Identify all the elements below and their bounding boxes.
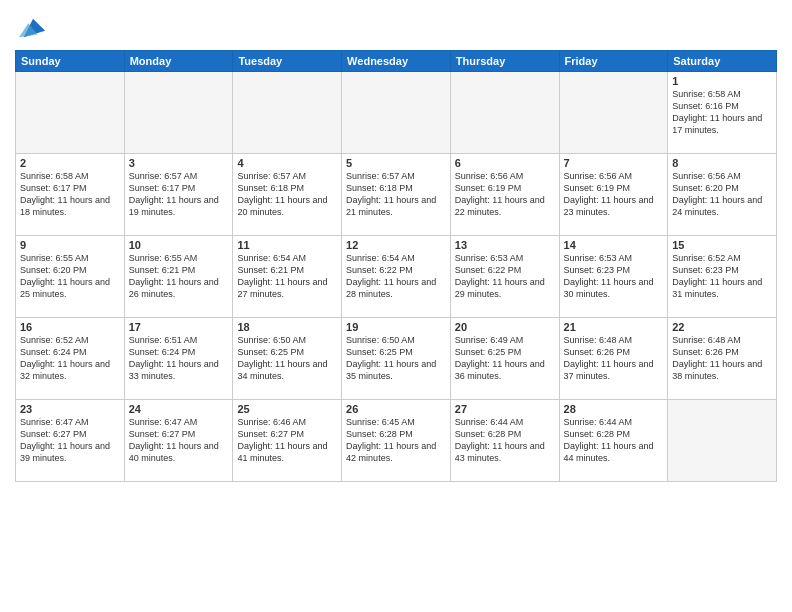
calendar-day-header: Friday [559, 51, 668, 72]
day-number: 1 [672, 75, 772, 87]
day-number: 22 [672, 321, 772, 333]
day-info: Sunrise: 6:50 AM Sunset: 6:25 PM Dayligh… [237, 334, 337, 383]
calendar-cell: 9Sunrise: 6:55 AM Sunset: 6:20 PM Daylig… [16, 236, 125, 318]
day-number: 2 [20, 157, 120, 169]
calendar-day-header: Sunday [16, 51, 125, 72]
calendar-cell: 17Sunrise: 6:51 AM Sunset: 6:24 PM Dayli… [124, 318, 233, 400]
calendar-table: SundayMondayTuesdayWednesdayThursdayFrid… [15, 50, 777, 482]
day-info: Sunrise: 6:50 AM Sunset: 6:25 PM Dayligh… [346, 334, 446, 383]
calendar-cell [16, 72, 125, 154]
logo-icon [19, 14, 47, 42]
day-info: Sunrise: 6:56 AM Sunset: 6:20 PM Dayligh… [672, 170, 772, 219]
calendar-cell [559, 72, 668, 154]
day-number: 16 [20, 321, 120, 333]
day-info: Sunrise: 6:58 AM Sunset: 6:17 PM Dayligh… [20, 170, 120, 219]
calendar-cell [668, 400, 777, 482]
calendar-week-row: 23Sunrise: 6:47 AM Sunset: 6:27 PM Dayli… [16, 400, 777, 482]
day-info: Sunrise: 6:54 AM Sunset: 6:22 PM Dayligh… [346, 252, 446, 301]
calendar-cell: 6Sunrise: 6:56 AM Sunset: 6:19 PM Daylig… [450, 154, 559, 236]
day-number: 25 [237, 403, 337, 415]
calendar-week-row: 2Sunrise: 6:58 AM Sunset: 6:17 PM Daylig… [16, 154, 777, 236]
day-info: Sunrise: 6:57 AM Sunset: 6:18 PM Dayligh… [346, 170, 446, 219]
calendar-cell: 1Sunrise: 6:58 AM Sunset: 6:16 PM Daylig… [668, 72, 777, 154]
calendar-cell: 23Sunrise: 6:47 AM Sunset: 6:27 PM Dayli… [16, 400, 125, 482]
calendar-cell: 16Sunrise: 6:52 AM Sunset: 6:24 PM Dayli… [16, 318, 125, 400]
day-number: 20 [455, 321, 555, 333]
day-info: Sunrise: 6:44 AM Sunset: 6:28 PM Dayligh… [455, 416, 555, 465]
day-number: 6 [455, 157, 555, 169]
calendar-cell: 18Sunrise: 6:50 AM Sunset: 6:25 PM Dayli… [233, 318, 342, 400]
day-number: 15 [672, 239, 772, 251]
calendar-cell: 27Sunrise: 6:44 AM Sunset: 6:28 PM Dayli… [450, 400, 559, 482]
day-number: 10 [129, 239, 229, 251]
day-info: Sunrise: 6:47 AM Sunset: 6:27 PM Dayligh… [129, 416, 229, 465]
calendar-cell: 11Sunrise: 6:54 AM Sunset: 6:21 PM Dayli… [233, 236, 342, 318]
calendar-week-row: 9Sunrise: 6:55 AM Sunset: 6:20 PM Daylig… [16, 236, 777, 318]
day-info: Sunrise: 6:46 AM Sunset: 6:27 PM Dayligh… [237, 416, 337, 465]
calendar-cell [233, 72, 342, 154]
calendar-cell: 24Sunrise: 6:47 AM Sunset: 6:27 PM Dayli… [124, 400, 233, 482]
day-number: 19 [346, 321, 446, 333]
day-number: 26 [346, 403, 446, 415]
day-number: 12 [346, 239, 446, 251]
page-container: SundayMondayTuesdayWednesdayThursdayFrid… [0, 0, 792, 612]
day-info: Sunrise: 6:55 AM Sunset: 6:20 PM Dayligh… [20, 252, 120, 301]
day-info: Sunrise: 6:54 AM Sunset: 6:21 PM Dayligh… [237, 252, 337, 301]
calendar-cell: 28Sunrise: 6:44 AM Sunset: 6:28 PM Dayli… [559, 400, 668, 482]
calendar-cell: 3Sunrise: 6:57 AM Sunset: 6:17 PM Daylig… [124, 154, 233, 236]
logo [15, 14, 47, 42]
day-info: Sunrise: 6:53 AM Sunset: 6:23 PM Dayligh… [564, 252, 664, 301]
calendar-cell: 22Sunrise: 6:48 AM Sunset: 6:26 PM Dayli… [668, 318, 777, 400]
day-info: Sunrise: 6:56 AM Sunset: 6:19 PM Dayligh… [564, 170, 664, 219]
day-info: Sunrise: 6:56 AM Sunset: 6:19 PM Dayligh… [455, 170, 555, 219]
calendar-cell: 13Sunrise: 6:53 AM Sunset: 6:22 PM Dayli… [450, 236, 559, 318]
calendar-cell [450, 72, 559, 154]
day-number: 11 [237, 239, 337, 251]
day-info: Sunrise: 6:48 AM Sunset: 6:26 PM Dayligh… [672, 334, 772, 383]
day-number: 18 [237, 321, 337, 333]
calendar-cell: 15Sunrise: 6:52 AM Sunset: 6:23 PM Dayli… [668, 236, 777, 318]
calendar-day-header: Thursday [450, 51, 559, 72]
calendar-week-row: 1Sunrise: 6:58 AM Sunset: 6:16 PM Daylig… [16, 72, 777, 154]
day-info: Sunrise: 6:52 AM Sunset: 6:24 PM Dayligh… [20, 334, 120, 383]
day-info: Sunrise: 6:47 AM Sunset: 6:27 PM Dayligh… [20, 416, 120, 465]
calendar-cell: 20Sunrise: 6:49 AM Sunset: 6:25 PM Dayli… [450, 318, 559, 400]
day-number: 5 [346, 157, 446, 169]
day-info: Sunrise: 6:58 AM Sunset: 6:16 PM Dayligh… [672, 88, 772, 137]
calendar-cell: 7Sunrise: 6:56 AM Sunset: 6:19 PM Daylig… [559, 154, 668, 236]
day-info: Sunrise: 6:55 AM Sunset: 6:21 PM Dayligh… [129, 252, 229, 301]
calendar-cell: 4Sunrise: 6:57 AM Sunset: 6:18 PM Daylig… [233, 154, 342, 236]
day-info: Sunrise: 6:49 AM Sunset: 6:25 PM Dayligh… [455, 334, 555, 383]
day-number: 23 [20, 403, 120, 415]
calendar-cell: 19Sunrise: 6:50 AM Sunset: 6:25 PM Dayli… [342, 318, 451, 400]
calendar-cell: 10Sunrise: 6:55 AM Sunset: 6:21 PM Dayli… [124, 236, 233, 318]
day-number: 8 [672, 157, 772, 169]
day-number: 28 [564, 403, 664, 415]
day-number: 17 [129, 321, 229, 333]
calendar-week-row: 16Sunrise: 6:52 AM Sunset: 6:24 PM Dayli… [16, 318, 777, 400]
calendar-cell: 21Sunrise: 6:48 AM Sunset: 6:26 PM Dayli… [559, 318, 668, 400]
day-number: 14 [564, 239, 664, 251]
calendar-cell: 12Sunrise: 6:54 AM Sunset: 6:22 PM Dayli… [342, 236, 451, 318]
day-info: Sunrise: 6:45 AM Sunset: 6:28 PM Dayligh… [346, 416, 446, 465]
calendar-day-header: Saturday [668, 51, 777, 72]
calendar-day-header: Tuesday [233, 51, 342, 72]
day-info: Sunrise: 6:53 AM Sunset: 6:22 PM Dayligh… [455, 252, 555, 301]
day-info: Sunrise: 6:52 AM Sunset: 6:23 PM Dayligh… [672, 252, 772, 301]
calendar-header-row: SundayMondayTuesdayWednesdayThursdayFrid… [16, 51, 777, 72]
day-info: Sunrise: 6:51 AM Sunset: 6:24 PM Dayligh… [129, 334, 229, 383]
day-number: 27 [455, 403, 555, 415]
day-number: 13 [455, 239, 555, 251]
calendar-cell: 8Sunrise: 6:56 AM Sunset: 6:20 PM Daylig… [668, 154, 777, 236]
calendar-day-header: Monday [124, 51, 233, 72]
day-info: Sunrise: 6:57 AM Sunset: 6:17 PM Dayligh… [129, 170, 229, 219]
day-info: Sunrise: 6:44 AM Sunset: 6:28 PM Dayligh… [564, 416, 664, 465]
day-info: Sunrise: 6:48 AM Sunset: 6:26 PM Dayligh… [564, 334, 664, 383]
calendar-cell: 5Sunrise: 6:57 AM Sunset: 6:18 PM Daylig… [342, 154, 451, 236]
calendar-cell: 14Sunrise: 6:53 AM Sunset: 6:23 PM Dayli… [559, 236, 668, 318]
header [15, 10, 777, 42]
calendar-day-header: Wednesday [342, 51, 451, 72]
day-info: Sunrise: 6:57 AM Sunset: 6:18 PM Dayligh… [237, 170, 337, 219]
day-number: 7 [564, 157, 664, 169]
day-number: 24 [129, 403, 229, 415]
